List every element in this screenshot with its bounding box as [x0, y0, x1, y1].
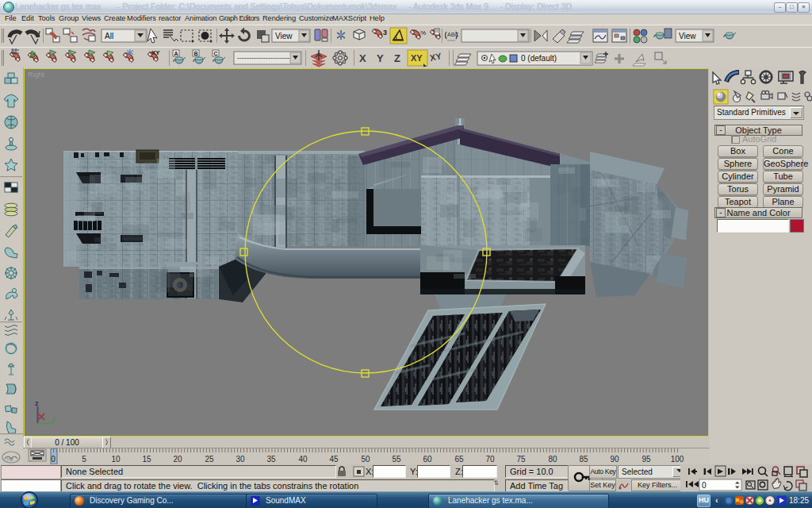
svg-text:0: 0 — [702, 481, 707, 490]
svg-text:ABC: ABC — [447, 32, 458, 37]
svg-text:-----------------------: ----------------------- — [237, 54, 292, 62]
svg-text:B: B — [194, 51, 198, 56]
svg-text:C: C — [214, 51, 218, 56]
svg-text:A: A — [174, 51, 178, 56]
svg-text:XY: XY — [151, 49, 160, 56]
svg-text:XY: XY — [429, 51, 442, 63]
svg-text:XY: XY — [411, 53, 423, 63]
svg-text:%: % — [420, 29, 426, 37]
svg-text:View: View — [275, 32, 293, 40]
svg-text:0 (default): 0 (default) — [521, 54, 557, 63]
svg-text:3: 3 — [383, 29, 387, 37]
svg-text:All: All — [105, 32, 113, 40]
svg-text:TM: TM — [6, 457, 13, 462]
svg-text:Y: Y — [377, 52, 384, 64]
svg-text:View: View — [679, 32, 696, 40]
svg-text:Z: Z — [394, 52, 400, 64]
svg-text:X: X — [359, 52, 366, 64]
svg-text:z: z — [35, 399, 39, 407]
